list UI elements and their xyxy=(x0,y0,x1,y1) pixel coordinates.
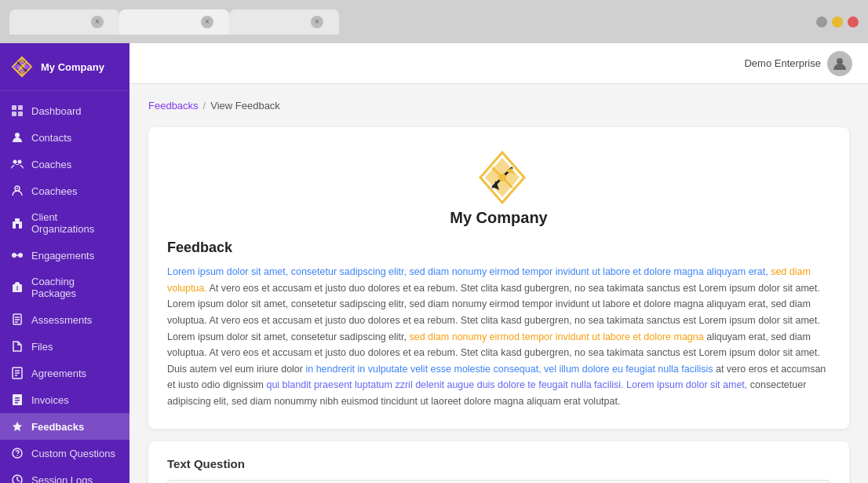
svg-rect-15 xyxy=(16,224,19,229)
feedback-section: Feedback Lorem ipsum dolor sit amet, con… xyxy=(167,240,830,410)
company-name: My Company xyxy=(41,61,104,73)
svg-rect-5 xyxy=(18,105,23,110)
svg-point-16 xyxy=(12,253,16,258)
app-container: My Company Dashboard Contacts xyxy=(0,43,868,483)
feedback-company-logo xyxy=(471,146,527,203)
browser-tab-2[interactable]: × xyxy=(119,9,229,35)
coaches-icon xyxy=(11,158,24,170)
client-orgs-label: Client Organizations xyxy=(31,211,119,235)
svg-rect-31 xyxy=(15,402,18,404)
svg-rect-4 xyxy=(12,105,16,110)
close-button[interactable] xyxy=(848,16,859,27)
svg-point-17 xyxy=(18,253,23,258)
feedback-card: My Company Feedback Lorem ipsum dolor si… xyxy=(148,127,849,429)
maximize-button[interactable] xyxy=(832,16,843,27)
tab-2-close[interactable]: × xyxy=(201,16,213,28)
sidebar-navigation: Dashboard Contacts Coaches xyxy=(0,91,129,483)
sidebar-item-client-organizations[interactable]: Client Organizations xyxy=(0,204,129,242)
svg-point-10 xyxy=(18,160,22,164)
breadcrumb-feedbacks-link[interactable]: Feedbacks xyxy=(148,100,199,112)
breadcrumb: Feedbacks / View Feedback xyxy=(148,100,849,112)
agreements-label: Agreements xyxy=(31,368,86,379)
coaches-label: Coaches xyxy=(31,159,71,170)
svg-rect-6 xyxy=(12,112,16,116)
assessments-label: Assessments xyxy=(31,314,92,326)
feedback-text-highlight3: in hendrerit in vulputate velit esse mol… xyxy=(305,364,713,375)
browser-tab-1[interactable]: × xyxy=(9,9,119,35)
company-logo-section: My Company xyxy=(167,146,830,227)
coachees-icon xyxy=(11,185,24,197)
sidebar-item-agreements[interactable]: Agreements xyxy=(0,360,129,386)
tab-1-close[interactable]: × xyxy=(91,16,104,28)
svg-rect-29 xyxy=(15,397,20,399)
feedback-text-start: Lorem ipsum dolor sit amet, consetetur s… xyxy=(167,266,771,277)
svg-rect-30 xyxy=(15,400,20,401)
svg-point-46 xyxy=(498,174,506,181)
custom-questions-label: Custom Questions xyxy=(31,448,115,459)
files-icon xyxy=(11,340,24,353)
sidebar-item-files[interactable]: Files xyxy=(0,333,129,360)
sidebar-item-engagements[interactable]: Engagements xyxy=(0,242,129,269)
coachees-label: Coachees xyxy=(31,185,78,197)
sidebar: My Company Dashboard Contacts xyxy=(0,43,129,483)
assessments-icon xyxy=(11,313,24,326)
feedback-text-highlight2: sed diam nonumy eirmod tempor invidunt u… xyxy=(409,331,703,342)
feedback-heading: Feedback xyxy=(167,240,830,256)
question-answer-area xyxy=(167,480,830,483)
sidebar-item-feedbacks[interactable]: Feedbacks xyxy=(0,413,129,440)
dashboard-label: Dashboard xyxy=(31,105,82,117)
user-name: Demo Enterprise xyxy=(744,57,821,69)
svg-point-8 xyxy=(15,133,20,137)
browser-tab-3[interactable]: × xyxy=(229,9,339,35)
user-info: Demo Enterprise xyxy=(744,51,852,76)
sidebar-item-custom-questions[interactable]: Custom Questions xyxy=(0,440,129,467)
company-logo-icon xyxy=(9,54,35,79)
top-bar: Demo Enterprise xyxy=(129,43,868,84)
contacts-label: Contacts xyxy=(31,132,71,144)
svg-point-34 xyxy=(16,455,18,456)
svg-rect-14 xyxy=(15,218,20,221)
custom-questions-icon xyxy=(11,447,24,459)
feedbacks-icon xyxy=(11,420,24,433)
svg-point-9 xyxy=(13,160,17,164)
svg-point-39 xyxy=(837,58,843,64)
svg-rect-7 xyxy=(18,112,23,116)
sidebar-item-dashboard[interactable]: Dashboard xyxy=(0,97,129,124)
question-title: Text Question xyxy=(167,457,830,470)
tab-3-close[interactable]: × xyxy=(311,16,323,28)
browser-chrome: × × × xyxy=(0,0,868,43)
feedback-company-name: My Company xyxy=(450,209,547,227)
invoices-label: Invoices xyxy=(31,394,69,406)
files-label: Files xyxy=(31,341,53,353)
sidebar-item-assessments[interactable]: Assessments xyxy=(0,306,129,333)
session-logs-icon xyxy=(11,474,24,483)
agreements-icon xyxy=(11,367,24,379)
sidebar-item-session-logs[interactable]: Session Logs xyxy=(0,467,129,483)
coaching-packages-icon xyxy=(11,281,24,294)
svg-point-12 xyxy=(16,188,18,189)
sidebar-item-invoices[interactable]: Invoices xyxy=(0,386,129,413)
sidebar-item-coachees[interactable]: Coachees xyxy=(0,177,129,204)
coaching-packages-label: Coaching Packages xyxy=(31,276,119,299)
sidebar-item-coaching-packages[interactable]: Coaching Packages xyxy=(0,269,129,306)
svg-line-37 xyxy=(17,480,20,481)
sidebar-item-contacts[interactable]: Contacts xyxy=(0,124,129,151)
session-logs-label: Session Logs xyxy=(31,474,93,484)
browser-tabs: × × × xyxy=(9,9,807,35)
content-area: Feedbacks / View Feedback xyxy=(129,84,868,483)
minimize-button[interactable] xyxy=(816,16,827,27)
dashboard-icon xyxy=(11,104,24,117)
contacts-icon xyxy=(11,131,24,144)
main-content: Demo Enterprise Feedbacks / View Feedbac… xyxy=(129,43,868,483)
user-avatar xyxy=(827,51,852,76)
engagements-icon xyxy=(11,249,24,262)
breadcrumb-current: View Feedback xyxy=(210,100,280,112)
sidebar-item-coaches[interactable]: Coaches xyxy=(0,151,129,177)
feedback-text-highlight4: qui blandit praesent luptatum zzril dele… xyxy=(266,379,747,390)
sidebar-header: My Company xyxy=(0,43,129,91)
question-card: Text Question xyxy=(148,441,849,483)
invoices-icon xyxy=(11,393,24,406)
svg-marker-32 xyxy=(13,422,22,431)
feedbacks-label: Feedbacks xyxy=(31,421,84,433)
window-controls xyxy=(816,16,859,27)
